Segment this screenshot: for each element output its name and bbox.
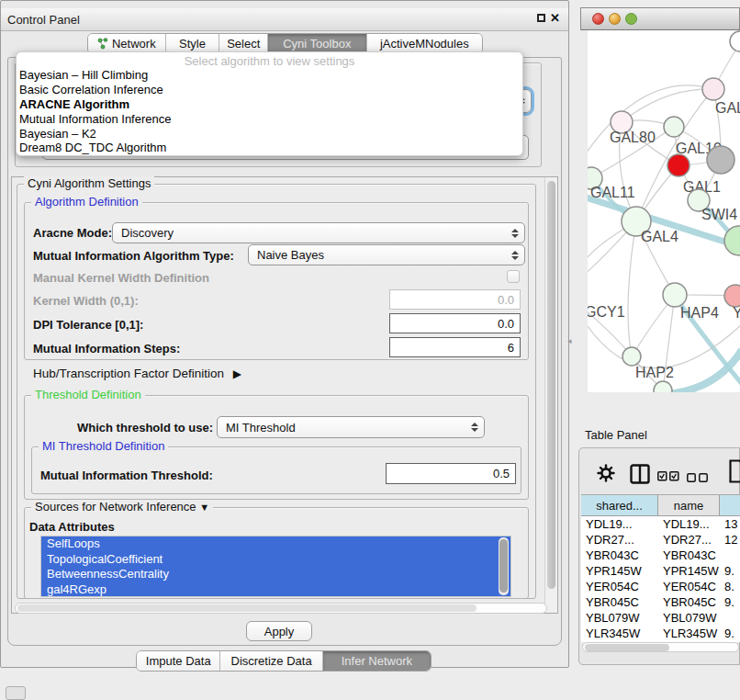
- table-cell[interactable]: YLR345W: [658, 626, 720, 641]
- mi-threshold-label: Mutual Information Threshold:: [40, 469, 213, 482]
- checked-boxes-icon[interactable]: [657, 469, 679, 485]
- mi-steps-field[interactable]: 6: [389, 337, 521, 357]
- network-node[interactable]: [724, 285, 740, 307]
- table-cell[interactable]: YER054C: [658, 579, 720, 594]
- table-cell[interactable]: YBR045C: [581, 594, 658, 610]
- scrollbar-thumb[interactable]: [17, 604, 477, 612]
- algorithm-dropdown-items: Bayesian – Hill ClimbingBasic Correlatio…: [19, 68, 520, 155]
- tab-jactivemnodules[interactable]: jActiveMNodules: [367, 34, 482, 53]
- panel-splitter-arrow-icon[interactable]: ◂: [567, 336, 572, 345]
- algorithm-option[interactable]: Dream8 DC_TDC Algorithm: [19, 141, 520, 155]
- close-icon[interactable]: ✕: [550, 11, 560, 25]
- tab-style[interactable]: Style: [166, 34, 220, 53]
- network-node[interactable]: [667, 154, 690, 176]
- network-node[interactable]: [730, 31, 740, 51]
- table-row: YBR043CYBR043C: [581, 548, 740, 563]
- attribute-list-item[interactable]: TopologicalCoefficient: [41, 552, 510, 568]
- table-cell[interactable]: YER054C: [581, 579, 658, 594]
- tab-cyni-toolbox[interactable]: Cyni Toolbox: [268, 34, 367, 53]
- scrollbar-thumb[interactable]: [585, 644, 669, 651]
- settings-horizontal-scrollbar[interactable]: [15, 603, 547, 614]
- which-threshold-combo[interactable]: MI Threshold: [217, 416, 485, 438]
- settings-vertical-scrollbar[interactable]: [544, 177, 557, 613]
- table-cell[interactable]: YBL079W: [581, 610, 658, 626]
- table-cell[interactable]: 12: [720, 532, 740, 548]
- aracne-mode-combo[interactable]: Discovery: [112, 222, 525, 243]
- network-node[interactable]: [654, 381, 672, 392]
- attribute-list-item[interactable]: SelfLoops: [41, 536, 510, 552]
- table-column-header[interactable]: shared...: [581, 495, 658, 516]
- scrollbar-thumb[interactable]: [547, 181, 555, 589]
- table-cell[interactable]: 8.: [720, 579, 740, 594]
- mac-close-button[interactable]: [592, 13, 604, 25]
- control-panel-titlebar[interactable]: [1, 8, 568, 31]
- network-node[interactable]: [707, 146, 734, 174]
- table-cell[interactable]: YPR145W: [658, 563, 720, 579]
- document-icon[interactable]: [729, 459, 740, 487]
- table-cell[interactable]: YLR345W: [581, 626, 658, 641]
- table-cell[interactable]: [720, 610, 740, 626]
- algorithm-option[interactable]: Mutual Information Inference: [19, 112, 520, 127]
- unchecked-boxes-icon[interactable]: [687, 469, 709, 486]
- tab-infer-network[interactable]: Infer Network: [323, 651, 431, 671]
- kernel-width-label: Kernel Width (0,1):: [33, 294, 139, 308]
- table-cell[interactable]: YDL19...: [658, 516, 720, 532]
- table-cell[interactable]: YBL079W: [658, 610, 720, 626]
- algorithm-option[interactable]: Bayesian – K2: [19, 127, 520, 141]
- network-window-titlebar[interactable]: [580, 7, 740, 30]
- list-vertical-scrollbar[interactable]: [499, 537, 509, 595]
- tab-impute-data[interactable]: Impute Data: [137, 651, 220, 671]
- hub-definition-expander[interactable]: Hub/Transcription Factor Definition ▶: [33, 367, 241, 380]
- table-cell[interactable]: YDR27...: [658, 532, 720, 548]
- network-edge[interactable]: [588, 315, 740, 368]
- mi-steps-label: Mutual Information Steps:: [33, 342, 180, 356]
- attribute-list-item[interactable]: BetweennessCentrality: [41, 567, 510, 582]
- mac-minimize-button[interactable]: [609, 13, 621, 25]
- data-attributes-list[interactable]: SelfLoopsTopologicalCoefficientBetweenne…: [40, 536, 511, 597]
- table-cell[interactable]: YBR043C: [658, 548, 720, 563]
- table-cell[interactable]: YDL19...: [581, 516, 658, 532]
- float-window-icon[interactable]: [537, 14, 545, 22]
- tab-discretize-data[interactable]: Discretize Data: [220, 651, 322, 671]
- table-cell[interactable]: 9.: [720, 563, 740, 579]
- kernel-width-field[interactable]: 0.0: [389, 289, 521, 310]
- mac-zoom-button[interactable]: [625, 13, 637, 25]
- group-title: MI Threshold Definition: [39, 439, 168, 453]
- table-column-header[interactable]: name: [658, 495, 720, 516]
- scrollbar-thumb[interactable]: [499, 539, 508, 593]
- attribute-list-item[interactable]: gal4RGexp: [41, 582, 510, 597]
- dpi-tolerance-field[interactable]: 0.0: [389, 313, 521, 333]
- split-columns-icon[interactable]: [630, 464, 650, 488]
- table-cell[interactable]: YBR045C: [658, 594, 720, 610]
- network-node[interactable]: [622, 347, 641, 366]
- table-horizontal-scrollbar[interactable]: [582, 642, 739, 652]
- apply-button[interactable]: Apply: [246, 621, 312, 641]
- algorithm-option[interactable]: Basic Correlation Inference: [19, 83, 520, 97]
- network-canvas[interactable]: GALGAL80GAL10GAL1GAL11SWI4GAL4GCY1HAP4YH…: [588, 30, 740, 392]
- algorithm-option[interactable]: Bayesian – Hill Climbing: [19, 68, 520, 83]
- algorithm-option[interactable]: ARACNE Algorithm: [19, 97, 520, 112]
- gear-icon[interactable]: [597, 464, 615, 486]
- table-cell[interactable]: 13: [720, 516, 740, 532]
- table-cell[interactable]: 9.: [720, 626, 740, 641]
- manual-kernel-checkbox[interactable]: [507, 270, 520, 283]
- tab-select[interactable]: Select: [219, 34, 268, 53]
- mi-type-combo[interactable]: Naive Bayes: [248, 244, 525, 265]
- table-column-header[interactable]: [720, 495, 740, 516]
- network-edge[interactable]: [622, 89, 713, 122]
- network-edge[interactable]: [666, 350, 740, 392]
- network-edge[interactable]: [628, 221, 636, 356]
- triangle-down-icon[interactable]: ▼: [199, 502, 209, 513]
- tab-network[interactable]: Network: [88, 34, 166, 53]
- table-cell[interactable]: YPR145W: [581, 563, 658, 579]
- table-cell[interactable]: YDR27...: [581, 532, 658, 548]
- minimized-panel-chip[interactable]: [6, 686, 26, 700]
- table-cell[interactable]: 9.: [720, 594, 740, 610]
- table-cell[interactable]: YBR043C: [581, 548, 658, 563]
- mi-threshold-field[interactable]: 0.5: [386, 463, 516, 484]
- table-cell[interactable]: [720, 548, 740, 563]
- network-node[interactable]: [702, 78, 724, 100]
- network-node[interactable]: [663, 283, 687, 307]
- triangle-right-icon[interactable]: ▶: [233, 367, 241, 380]
- network-node[interactable]: [664, 117, 684, 137]
